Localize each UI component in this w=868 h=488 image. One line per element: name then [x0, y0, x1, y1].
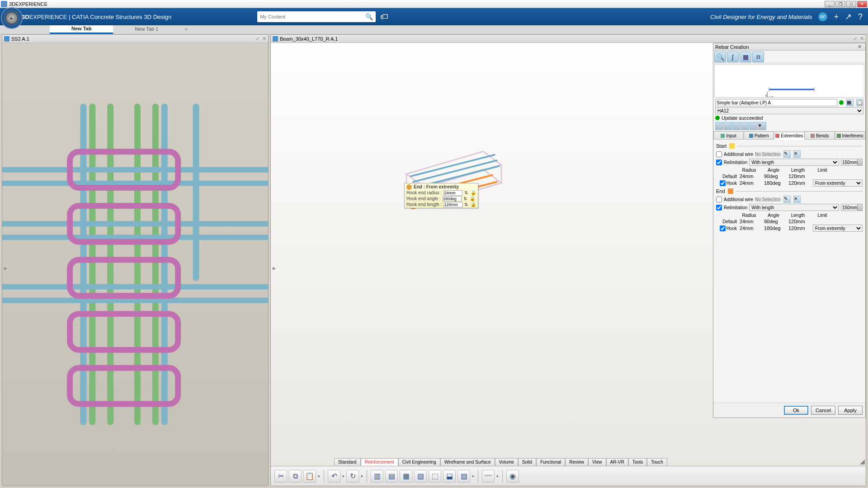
window-maximize[interactable]: □ [846, 1, 856, 7]
window-title: 3DEXPERIENCE [9, 1, 47, 7]
brand-label: 3DEXPERIENCE | CATIA Concrete Structures… [22, 14, 171, 20]
search-box[interactable]: 🔍 [257, 11, 376, 22]
search-input[interactable] [260, 14, 365, 19]
help-icon[interactable]: ? [858, 12, 863, 22]
window-titlebar: 3DEXPERIENCE _ ❐ □ ✕ [0, 0, 868, 8]
role-label: Civil Designer for Energy and Materials [710, 14, 812, 20]
share-icon[interactable]: ↗ [845, 12, 852, 22]
document-tabs: New Tab New Tab 1 + [0, 25, 868, 34]
compass-button[interactable]: ▶ [1, 7, 23, 29]
window-restore[interactable]: ❐ [835, 1, 845, 7]
top-app-bar: ▶ 3DEXPERIENCE | CATIA Concrete Structur… [0, 8, 868, 25]
tab-new[interactable]: New Tab [50, 24, 113, 34]
user-avatar[interactable]: BF [818, 12, 827, 21]
window-close[interactable]: ✕ [857, 1, 867, 7]
app-icon [1, 1, 7, 7]
search-icon[interactable]: 🔍 [365, 13, 373, 20]
tag-icon[interactable]: 🏷 [380, 12, 388, 22]
tab-new-1[interactable]: New Tab 1 [113, 25, 180, 34]
tab-add[interactable]: + [180, 24, 193, 34]
window-minimize[interactable]: _ [825, 1, 835, 7]
add-icon[interactable]: + [834, 12, 839, 22]
